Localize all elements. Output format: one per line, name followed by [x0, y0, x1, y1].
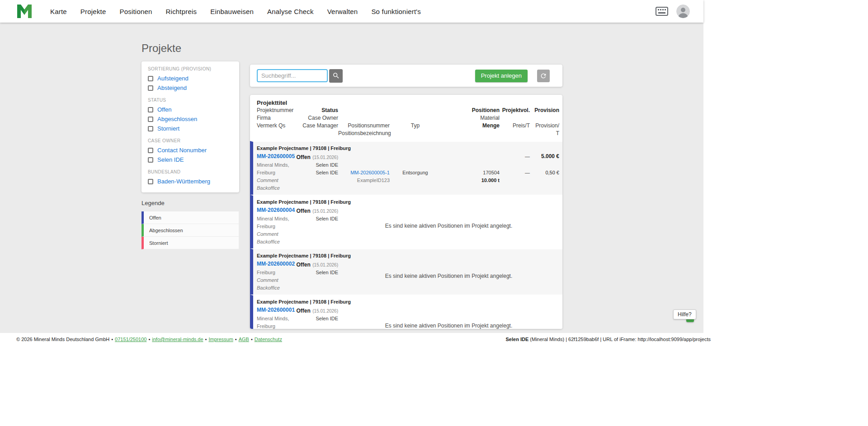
- refresh-button[interactable]: [537, 70, 550, 82]
- position-bezeichnung: ExampleID123: [338, 177, 390, 184]
- create-project-button[interactable]: Projekt anlegen: [475, 70, 528, 82]
- footer-session-info: Selen IDE (Mineral Minds) | 62f1259bab6f…: [506, 337, 711, 342]
- filter-option-label: Contact Nonumber: [157, 147, 207, 154]
- company-line: Mineral Minds,: [257, 215, 293, 223]
- nav-item-positionen[interactable]: Positionen: [113, 8, 159, 15]
- vermerk-note: Backoffice: [257, 238, 293, 246]
- col-header-provision-t: Provision/: [530, 122, 559, 130]
- filter-section-sortierung: SORTIERUNG (PROVISION) Aufsteigend Abste…: [148, 66, 233, 93]
- position-number-link[interactable]: MM-202600005-1: [338, 169, 390, 177]
- footer-email-link[interactable]: info@mineral-minds.de: [152, 337, 203, 342]
- legend-title: Legende: [142, 200, 239, 206]
- company-line: Mineral Minds,: [257, 315, 293, 323]
- filter-section-case-owner: CASE OWNER Contact Nonumber Selen IDE: [148, 138, 233, 164]
- filter-option-absteigend[interactable]: Absteigend: [148, 83, 233, 93]
- vermerk-note: Comment: [257, 276, 293, 284]
- search-button[interactable]: [329, 69, 343, 83]
- col-header-preis-t: Preis/T: [500, 122, 530, 130]
- company-line: Freiburg: [257, 323, 293, 329]
- no-positions-message: Es sind keine aktiven Positionen im Proj…: [338, 272, 559, 280]
- col-header-projektvol: Projektvol.: [500, 107, 530, 114]
- checkbox-icon[interactable]: [148, 76, 153, 81]
- checkbox-icon[interactable]: [148, 85, 153, 91]
- nav-item-einbauweisen[interactable]: Einbauweisen: [203, 8, 260, 15]
- footer-impressum-link[interactable]: Impressum: [208, 337, 233, 342]
- col-header-provision-t-2: T: [530, 130, 559, 137]
- col-header-firma: Firma: [257, 114, 293, 122]
- footer-separator: •: [148, 337, 150, 342]
- filter-option-storniert[interactable]: Storniert: [148, 124, 233, 133]
- filter-option-label: Abgeschlossen: [157, 116, 197, 122]
- nav-item-so-funktionierts[interactable]: So funktioniert's: [364, 8, 428, 15]
- legend-item-abgeschlossen: Abgeschlossen: [142, 224, 239, 237]
- project-title: Example Projectname | 79108 | Freiburg: [257, 197, 559, 206]
- position-preis: —: [500, 169, 530, 177]
- filter-option-label: Storniert: [157, 125, 179, 132]
- footer-agb-link[interactable]: AGB: [239, 337, 249, 342]
- nav-item-projekte[interactable]: Projekte: [74, 8, 113, 15]
- filter-option-selen-ide[interactable]: Selen IDE: [148, 155, 233, 164]
- footer-datenschutz-link[interactable]: Datenschutz: [255, 337, 282, 342]
- project-number-link[interactable]: MM-202600004: [257, 206, 293, 215]
- nav-item-richtpreis[interactable]: Richtpreis: [159, 8, 204, 15]
- projects-table: Projekttitel Projektnummer Status Positi…: [250, 95, 562, 329]
- user-avatar[interactable]: [676, 5, 690, 18]
- checkbox-icon[interactable]: [148, 157, 153, 163]
- app-logo[interactable]: [16, 5, 33, 18]
- filter-panel: SORTIERUNG (PROVISION) Aufsteigend Abste…: [142, 61, 239, 192]
- checkbox-icon[interactable]: [148, 179, 153, 184]
- case-owner: Selen IDE: [293, 215, 338, 223]
- vermerk-note: Backoffice: [257, 284, 293, 292]
- nav-item-karte[interactable]: Karte: [43, 8, 74, 15]
- project-number-link[interactable]: MM-202600005: [257, 153, 293, 161]
- filter-option-label: Selen IDE: [157, 156, 184, 163]
- keyboard-icon[interactable]: [656, 7, 668, 16]
- filter-option-label: Offen: [157, 106, 172, 113]
- position-typ: Entsorgung: [390, 169, 441, 177]
- checkbox-icon[interactable]: [148, 148, 153, 153]
- page-content: Projekte SORTIERUNG (PROVISION) Aufsteig…: [0, 23, 703, 333]
- filter-option-offen[interactable]: Offen: [148, 105, 233, 114]
- legend-item-offen: Offen: [142, 211, 239, 224]
- status-date: (15.01.2026): [312, 209, 338, 214]
- case-owner: Selen IDE: [293, 269, 338, 276]
- col-header-typ: Typ: [390, 122, 441, 130]
- checkbox-icon[interactable]: [148, 126, 153, 131]
- filter-option-baden-wuerttemberg[interactable]: Baden-Württemberg: [148, 177, 233, 186]
- nav-item-verwalten[interactable]: Verwalten: [321, 8, 365, 15]
- col-header-projektnummer: Projektnummer: [257, 107, 293, 114]
- filter-option-aufsteigend[interactable]: Aufsteigend: [148, 74, 233, 83]
- legend-item-storniert: Storniert: [142, 237, 239, 249]
- status-text: Offen: [296, 208, 310, 214]
- filter-option-contact-nonumber[interactable]: Contact Nonumber: [148, 145, 233, 155]
- project-number-link[interactable]: MM-202600001: [257, 306, 293, 315]
- checkbox-icon[interactable]: [148, 107, 153, 112]
- search-input[interactable]: [257, 69, 328, 82]
- filter-section-title: STATUS: [148, 98, 233, 103]
- col-header-provision: Provision: [530, 107, 559, 114]
- company-line: Freiburg: [257, 269, 293, 276]
- col-header-positionen: Positionen: [441, 107, 500, 114]
- footer-separator: •: [111, 337, 113, 342]
- top-navbar: Karte Projekte Positionen Richtpreis Ein…: [0, 0, 703, 23]
- filter-option-abgeschlossen[interactable]: Abgeschlossen: [148, 114, 233, 124]
- refresh-icon: [540, 72, 547, 80]
- checkbox-icon[interactable]: [148, 117, 153, 122]
- nav-item-analyse-check[interactable]: Analyse Check: [260, 8, 321, 15]
- vermerk-note: Comment: [257, 177, 293, 184]
- footer-phone-link[interactable]: 07151/250100: [115, 337, 146, 342]
- navbar-right: [656, 5, 703, 18]
- app-root: Karte Projekte Positionen Richtpreis Ein…: [0, 0, 703, 426]
- filter-option-label: Baden-Württemberg: [157, 178, 210, 185]
- vermerk-note: Backoffice: [257, 184, 293, 192]
- filter-section-bundesland: BUNDESLAND Baden-Württemberg: [148, 169, 233, 186]
- status-date: (15.01.2026): [312, 155, 338, 160]
- toolbar: Projekt anlegen: [250, 65, 562, 87]
- project-number-link[interactable]: MM-202600002: [257, 260, 293, 269]
- project-row-3: Example Projectname | 79108 | Freiburg M…: [250, 248, 562, 295]
- company-line: Freiburg: [257, 169, 293, 177]
- no-positions-message: Es sind keine aktiven Positionen im Proj…: [338, 322, 559, 329]
- help-button[interactable]: Hilfe?: [673, 309, 696, 319]
- person-icon: [676, 5, 690, 18]
- col-header-positionsbezeichnung: Positionsbezeichnung: [338, 130, 390, 137]
